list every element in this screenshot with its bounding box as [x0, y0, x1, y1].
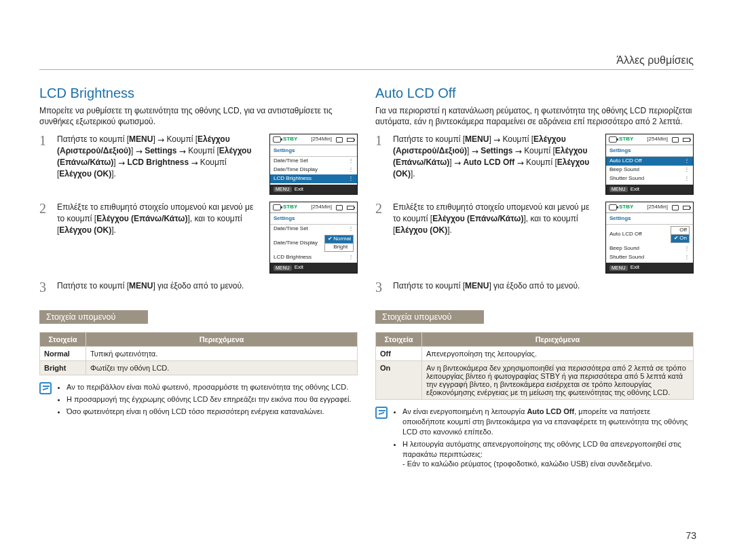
screen-menu-row: Date/Time Display⋮ — [270, 166, 357, 174]
camcorder-icon — [609, 136, 617, 143]
note-item: Όσο φωτεινότερη είναι η οθόνη LCD τόσο π… — [67, 407, 352, 417]
arrow-icon: → — [179, 147, 186, 155]
note-right: Αν είναι ενεργοποιημένη η λειτουργία Aut… — [375, 407, 694, 471]
battery-icon — [347, 138, 354, 142]
status-stby: STBY — [283, 136, 297, 143]
step-text: Πατήστε το κουμπί [MENU] → Κουμπί [Ελέγχ… — [393, 134, 599, 179]
check-icon: ✔ — [327, 236, 333, 242]
step-text: Πατήστε το κουμπί [MENU] → Κουμπί [Ελέγχ… — [57, 134, 263, 179]
step-number: 1 — [375, 134, 386, 147]
step-1-right: 1 Πατήστε το κουμπί [MENU] → Κουμπί [Ελέ… — [375, 134, 694, 195]
camcorder-screen: STBY[254Min]SettingsDate/Time Set⋮Date/T… — [269, 134, 358, 195]
screenshot-slot: STBY[254Min]SettingsAuto LCD OffOff✔OnBe… — [605, 202, 694, 274]
screen-submenu-item: Bright — [324, 244, 354, 252]
status-remaining: [254Min] — [647, 204, 668, 210]
more-icon: ⋮ — [684, 255, 690, 261]
status-remaining: [254Min] — [311, 204, 332, 210]
table-cell-key: Off — [376, 347, 422, 361]
screen-menu-label: Date/Time Display — [274, 167, 318, 173]
step-text: Επιλέξτε το επιθυμητό στοιχείο υπομενού … — [57, 202, 263, 236]
camcorder-screen: STBY[254Min]SettingsAuto LCD Off⋮Beep So… — [605, 134, 694, 195]
camcorder-icon — [609, 204, 617, 210]
camcorder-screen: STBY[254Min]SettingsAuto LCD OffOff✔OnBe… — [605, 202, 694, 274]
screen-settings-title: Settings — [270, 147, 357, 157]
step-number: 1 — [39, 134, 50, 147]
note-item: Αν είναι ενεργοποιημένη η λειτουργία Aut… — [402, 407, 694, 437]
arrow-icon: → — [454, 159, 461, 167]
note-item: Η λειτουργία αυτόματης απενεργοποίησης τ… — [402, 439, 694, 470]
table-header-desc: Περιεχόμενα — [86, 333, 358, 347]
screen-footer: MENUExit — [270, 185, 357, 195]
screen-footer: MENUExit — [606, 185, 693, 195]
arrow-icon: → — [118, 159, 125, 167]
screen-menu-row: Date/Time Set⋮ — [270, 225, 357, 234]
table-cell-val: Τυπική φωτεινότητα. — [86, 347, 358, 361]
step-number: 2 — [375, 202, 386, 215]
screen-menu-label: LCD Brightness — [274, 255, 312, 261]
table-header-item: Στοιχεία — [40, 333, 86, 347]
intro-right: Για να περιοριστεί η κατανάλωση ρεύματος… — [375, 105, 694, 127]
sd-card-icon — [336, 205, 343, 210]
menu-chip: MENU — [609, 187, 628, 192]
menu-chip: MENU — [274, 265, 292, 271]
more-icon: ⋮ — [684, 176, 690, 182]
screen-menu-row: Auto LCD Off⋮ — [606, 157, 693, 166]
screen-menu-label: Date/Time Set — [274, 158, 308, 164]
more-icon: ⋮ — [348, 158, 354, 164]
col-lcd-brightness: LCD Brightness Μπορείτε να ρυθμίσετε τη … — [39, 86, 358, 471]
screen-menu-label: LCD Brightness — [274, 176, 312, 182]
table-cell-key: Bright — [40, 361, 86, 375]
screenshot-slot: STBY[254Min]SettingsDate/Time Set⋮Date/T… — [269, 202, 358, 274]
screen-menu-row: Shutter Sound⋮ — [606, 174, 693, 183]
step-text: Πατήστε το κουμπί [MENU] για έξοδο από τ… — [57, 280, 358, 292]
note-icon — [375, 407, 388, 419]
section-bar-right: Στοιχεία υπομενού — [375, 310, 484, 324]
step-2-left: 2 Επιλέξτε το επιθυμητό στοιχείο υπομενο… — [39, 202, 358, 274]
arrow-icon: → — [191, 159, 198, 167]
status-stby: STBY — [619, 204, 633, 210]
sd-card-icon — [336, 137, 343, 143]
step-number: 3 — [39, 280, 50, 294]
note-item: Η προσαρμογή της έγχρωμης οθόνης LCD δεν… — [67, 394, 352, 405]
intro-left: Μπορείτε να ρυθμίσετε τη φωτεινότητα της… — [39, 105, 358, 127]
status-stby: STBY — [619, 136, 633, 143]
screen-menu-label: Auto LCD Off — [609, 231, 641, 238]
screen-settings-title: Settings — [606, 147, 693, 157]
step-3-left: 3 Πατήστε το κουμπί [MENU] για έξοδο από… — [39, 280, 358, 294]
table-header-item: Στοιχεία — [376, 333, 422, 347]
menu-chip: MENU — [274, 187, 292, 192]
heading-auto-lcd-off: Auto LCD Off — [375, 86, 694, 101]
more-icon: ⋮ — [348, 167, 354, 173]
screen-footer: MENUExit — [606, 263, 693, 273]
screen-submenu: Off✔On — [671, 226, 690, 243]
step-text: Πατήστε το κουμπί [MENU] για έξοδο από τ… — [393, 280, 694, 292]
note-list: Αν το περιβάλλον είναι πολύ φωτεινό, προ… — [57, 382, 352, 419]
more-icon: ⋮ — [684, 246, 690, 252]
table-cell-val: Απενεργοποίηση της λειτουργίας. — [422, 347, 694, 361]
table-cell-val: Αν η βιντεοκάμερα δεν χρησιμοποιηθεί για… — [422, 361, 694, 400]
screen-settings-title: Settings — [606, 214, 693, 225]
arrow-icon: → — [157, 136, 164, 144]
note-item: Αν το περιβάλλον είναι πολύ φωτεινό, προ… — [67, 382, 352, 392]
more-icon: ⋮ — [684, 158, 690, 164]
screenshot-slot: STBY[254Min]SettingsDate/Time Set⋮Date/T… — [269, 134, 358, 195]
camcorder-icon — [273, 204, 281, 210]
screen-menu-label: Beep Sound — [609, 246, 639, 252]
battery-icon — [683, 206, 690, 210]
screen-submenu-item: Off — [671, 226, 690, 235]
screen-menu-row: Beep Sound⋮ — [606, 244, 693, 253]
screenshot-slot: STBY[254Min]SettingsAuto LCD Off⋮Beep So… — [605, 134, 694, 195]
section-bar-left: Στοιχεία υπομενού — [39, 310, 148, 324]
camcorder-screen: STBY[254Min]SettingsDate/Time Set⋮Date/T… — [269, 202, 358, 274]
more-icon: ⋮ — [348, 176, 354, 182]
screen-exit-label: Exit — [631, 265, 639, 271]
sd-card-icon — [672, 205, 679, 210]
screen-menu-label: Date/Time Display — [274, 240, 318, 246]
screen-settings-title: Settings — [270, 214, 357, 225]
table-cell-val: Φωτίζει την οθόνη LCD. — [86, 361, 358, 375]
note-left: Αν το περιβάλλον είναι πολύ φωτεινό, προ… — [39, 382, 358, 419]
step-1-left: 1 Πατήστε το κουμπί [MENU] → Κουμπί [Ελέ… — [39, 134, 358, 195]
screen-submenu: ✔NormalBright — [324, 235, 354, 252]
arrow-icon: → — [136, 147, 143, 155]
screen-menu-row: Date/Time Set⋮ — [270, 157, 357, 166]
